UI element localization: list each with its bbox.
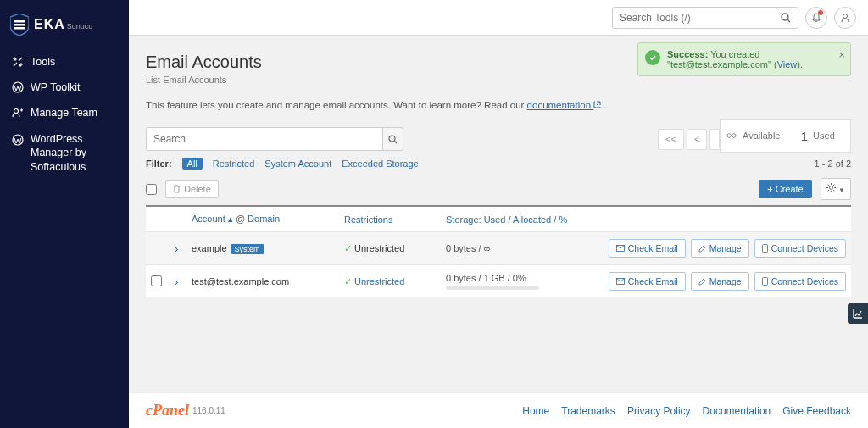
documentation-link[interactable]: documentation (527, 100, 602, 110)
global-search-input[interactable] (620, 12, 781, 24)
notifications-button[interactable] (805, 7, 827, 29)
check-icon (645, 50, 660, 65)
create-button[interactable]: +Create (759, 180, 811, 198)
gear-icon (826, 183, 836, 192)
filter-restricted[interactable]: Restricted (213, 158, 255, 169)
search-input[interactable] (146, 127, 383, 151)
success-alert: Success: You created "test@test.example.… (637, 42, 851, 76)
col-account[interactable]: Account ▴ (192, 214, 233, 224)
storage-bar (446, 286, 539, 290)
svg-point-6 (782, 14, 788, 20)
alert-close-button[interactable]: × (838, 48, 845, 61)
global-search[interactable] (612, 7, 798, 29)
nav-label: WP Toolkit (31, 81, 81, 93)
restriction-link[interactable]: Unrestricted (354, 276, 404, 286)
settings-button[interactable]: ▼ (821, 178, 851, 200)
nav-label: Manage Team (31, 107, 97, 119)
chevron-down-icon: ▼ (838, 186, 845, 194)
svg-rect-0 (14, 20, 25, 23)
col-domain[interactable]: Domain (248, 214, 280, 224)
svg-point-11 (829, 186, 832, 190)
used-count: 1 (801, 129, 808, 143)
col-used[interactable]: Used (484, 214, 506, 225)
search-button[interactable] (383, 127, 403, 151)
alert-view-link[interactable]: View (777, 59, 798, 69)
account-name: test@test.example.com (192, 276, 289, 286)
svg-point-9 (389, 136, 395, 142)
mail-icon (616, 245, 625, 252)
pencil-icon (698, 245, 706, 253)
sidebar-item-wordpress-manager[interactable]: WordPress Manager by Softaculous (0, 125, 129, 181)
svg-point-4 (14, 109, 19, 114)
footer-link-feedback[interactable]: Give Feedback (782, 405, 851, 417)
mail-icon (616, 278, 625, 285)
search-icon (388, 135, 398, 144)
check-icon: ✓ (344, 276, 352, 286)
restriction-value: Unrestricted (354, 243, 404, 253)
check-email-button[interactable]: Check Email (609, 239, 686, 258)
device-icon (762, 277, 768, 286)
check-email-button[interactable]: Check Email (609, 272, 686, 291)
account-name: example (192, 243, 227, 253)
svg-rect-1 (14, 24, 25, 26)
table-row: › test@test.example.com ✓Unrestricted 0 … (146, 264, 851, 297)
device-icon (762, 244, 768, 253)
page-description: This feature lets you create and manage … (146, 100, 851, 110)
select-all-checkbox[interactable] (146, 184, 157, 195)
col-pct[interactable]: % (559, 214, 567, 225)
brand-logo[interactable]: EKASunucu (0, 0, 129, 49)
manage-button[interactable]: Manage (691, 239, 749, 258)
tools-icon (12, 56, 24, 68)
user-menu-button[interactable] (834, 7, 856, 29)
delete-button[interactable]: Delete (165, 180, 219, 198)
brand-name: EKA (34, 17, 65, 31)
expand-row[interactable]: › (175, 242, 178, 255)
team-icon (12, 107, 24, 119)
table-row: › exampleSystem ✓Unrestricted 0 bytes / … (146, 231, 851, 264)
storage-value: 0 bytes / 1 GB / 0% (446, 273, 526, 283)
wordpress-icon (12, 81, 24, 93)
row-checkbox[interactable] (151, 275, 162, 286)
footer-link-home[interactable]: Home (522, 405, 549, 417)
filter-exceeded[interactable]: Exceeded Storage (342, 158, 419, 169)
svg-line-10 (395, 141, 398, 143)
infinity-icon (726, 132, 737, 139)
svg-point-17 (765, 283, 765, 284)
svg-line-7 (787, 19, 790, 22)
footer-link-documentation[interactable]: Documentation (703, 405, 771, 417)
check-icon: ✓ (344, 243, 352, 253)
col-allocated[interactable]: Allocated (513, 214, 551, 225)
connect-devices-button[interactable]: Connect Devices (754, 239, 846, 258)
notification-dot (818, 10, 823, 15)
filter-all[interactable]: All (182, 158, 203, 170)
stats-box: Available 1Used (720, 119, 851, 153)
footer-link-trademarks[interactable]: Trademarks (561, 405, 615, 417)
filter-label: Filter: (146, 158, 172, 169)
sidebar-item-manage-team[interactable]: Manage Team (0, 100, 129, 125)
cpanel-logo[interactable]: cPanel (146, 402, 189, 420)
svg-point-14 (765, 250, 765, 251)
sidebar-item-tools[interactable]: Tools (0, 49, 129, 75)
svg-point-8 (843, 14, 848, 18)
pencil-icon (698, 278, 706, 286)
nav-label: WordPress Manager by Softaculous (31, 132, 117, 174)
alert-prefix: Success: (667, 49, 708, 59)
wordpress-icon (12, 134, 24, 146)
help-tab[interactable] (848, 303, 868, 324)
trash-icon (173, 185, 181, 193)
system-badge: System (231, 244, 264, 254)
col-restrictions[interactable]: Restrictions (344, 214, 446, 225)
manage-button[interactable]: Manage (691, 272, 749, 291)
connect-devices-button[interactable]: Connect Devices (754, 272, 846, 291)
sidebar-item-wp-toolkit[interactable]: WP Toolkit (0, 75, 129, 100)
footer-link-privacy[interactable]: Privacy Policy (627, 405, 691, 417)
expand-row[interactable]: › (175, 275, 178, 288)
search-icon (781, 13, 791, 23)
chart-icon (852, 308, 864, 320)
pager-first[interactable]: << (658, 129, 684, 150)
filter-system[interactable]: System Account (264, 158, 331, 169)
alert-suffix: ). (797, 59, 803, 69)
svg-rect-2 (14, 27, 25, 30)
pager-prev[interactable]: < (687, 129, 707, 150)
nav-label: Tools (31, 56, 55, 68)
